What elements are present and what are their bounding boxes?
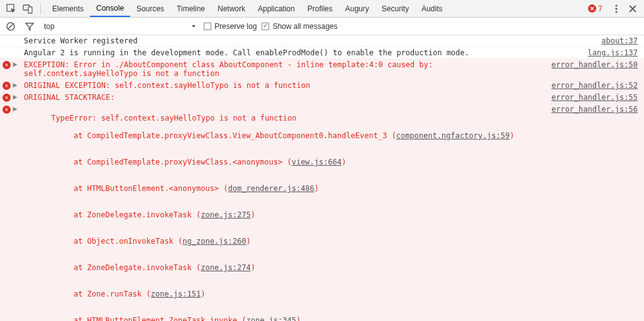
context-value: top	[44, 22, 55, 31]
source-link[interactable]: zone.js:274	[201, 263, 250, 272]
source-link[interactable]: about:37	[601, 36, 644, 45]
chevron-down-icon	[191, 22, 196, 31]
log-message: Service Worker registered	[24, 36, 601, 45]
error-line: ✕ ▶ ORIGINAL EXCEPTION: self.context.say…	[0, 80, 644, 92]
tab-console[interactable]: Console	[90, 0, 130, 17]
error-icon: ✕	[3, 106, 11, 114]
source-link[interactable]: error_handler.js:52	[552, 81, 644, 90]
source-link[interactable]: zone.js:345	[246, 316, 296, 321]
console-output[interactable]: Service Worker registered about:37 Angul…	[0, 35, 644, 321]
source-link[interactable]: lang.js:137	[588, 48, 644, 57]
source-link[interactable]: zone.js:275	[201, 210, 250, 219]
error-message: ORIGINAL STACKTRACE:	[24, 93, 552, 102]
error-count-value: 7	[598, 4, 602, 13]
source-link[interactable]: ng_zone.js:260	[182, 237, 246, 246]
svg-point-4	[615, 4, 617, 6]
log-message: Angular 2 is running in the development …	[24, 48, 588, 57]
devtools-tabbar: Elements Console Sources Timeline Networ…	[0, 0, 644, 18]
error-counter[interactable]: 7	[588, 4, 602, 13]
error-line: ✕ ▶ TypeError: self.context.sayHelloTypo…	[0, 104, 644, 321]
log-line: Angular 2 is running in the development …	[0, 47, 644, 59]
source-link[interactable]: zone.js:151	[151, 290, 201, 298]
tab-audits[interactable]: Audits	[415, 0, 448, 17]
show-all-label: Show all messages	[272, 22, 337, 31]
disclosure-icon[interactable]: ▶	[12, 82, 18, 88]
tab-security[interactable]: Security	[375, 0, 415, 17]
error-message: EXCEPTION: Error in ./AboutComponent cla…	[24, 60, 552, 78]
separator	[40, 3, 41, 14]
error-icon: ✕	[3, 94, 11, 102]
disclosure-icon[interactable]: ▶	[12, 94, 18, 100]
filter-icon[interactable]	[23, 19, 36, 33]
tab-augury[interactable]: Augury	[339, 0, 375, 17]
svg-point-6	[615, 11, 617, 13]
source-link[interactable]: component.ngfactory.js:59	[396, 131, 510, 140]
disclosure-icon[interactable]: ▶	[12, 106, 18, 112]
show-all-messages-checkbox[interactable]: ✓ Show all messages	[262, 22, 337, 31]
source-link[interactable]: error_handler.js:55	[552, 93, 644, 102]
device-mode-icon[interactable]	[20, 1, 35, 16]
svg-point-5	[615, 8, 617, 9]
inspect-element-icon[interactable]	[4, 1, 19, 16]
tab-list: Elements Console Sources Timeline Networ…	[46, 0, 587, 17]
svg-line-8	[8, 24, 13, 29]
error-line: ✕ ▶ ORIGINAL STACKTRACE: error_handler.j…	[0, 92, 644, 104]
tab-elements[interactable]: Elements	[46, 0, 90, 17]
tab-profiles[interactable]: Profiles	[301, 0, 339, 17]
menu-icon[interactable]	[609, 4, 624, 13]
close-icon[interactable]	[625, 5, 640, 13]
tab-sources[interactable]: Sources	[130, 0, 170, 17]
source-link[interactable]: error_handler.js:50	[552, 60, 644, 69]
log-line: Service Worker registered about:37	[0, 35, 644, 47]
tab-network[interactable]: Network	[211, 0, 252, 17]
error-icon: ✕	[3, 61, 11, 69]
error-icon: ✕	[3, 82, 11, 90]
clear-console-icon[interactable]	[4, 19, 18, 33]
preserve-log-label: Preserve log	[214, 22, 257, 31]
tab-application[interactable]: Application	[252, 0, 301, 17]
source-link[interactable]: dom_renderer.js:486	[228, 184, 314, 193]
context-selector[interactable]: top	[42, 22, 199, 31]
error-line: ✕ ▶ EXCEPTION: Error in ./AboutComponent…	[0, 59, 644, 80]
error-message: ORIGINAL EXCEPTION: self.context.sayHell…	[24, 81, 552, 90]
tab-timeline[interactable]: Timeline	[170, 0, 211, 17]
source-link[interactable]: error_handler.js:56	[552, 105, 644, 114]
error-message: TypeError: self.context.sayHelloTypo is …	[24, 105, 552, 321]
console-toolbar: top Preserve log ✓ Show all messages	[0, 18, 644, 35]
preserve-log-checkbox[interactable]: Preserve log	[204, 22, 257, 31]
disclosure-icon[interactable]: ▶	[12, 61, 18, 67]
svg-rect-2	[28, 7, 32, 13]
source-link[interactable]: view.js:664	[292, 158, 341, 166]
